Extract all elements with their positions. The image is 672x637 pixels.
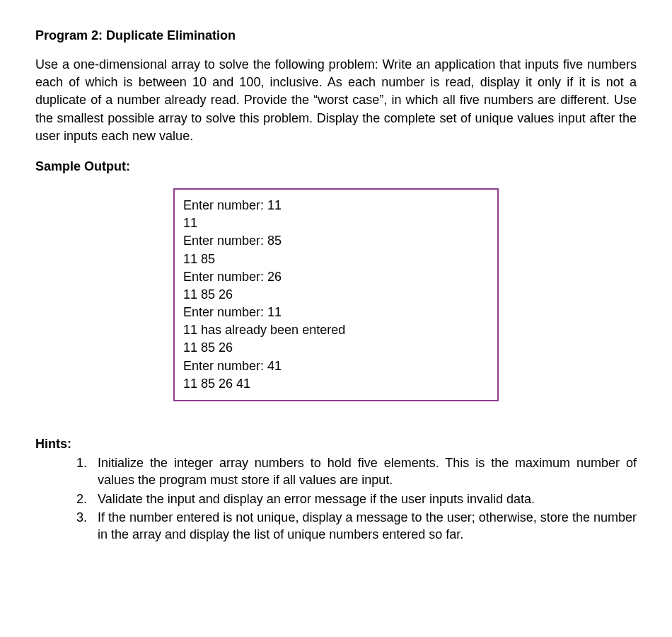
sample-output-box: Enter number: 11 11 Enter number: 85 11 … [173,188,499,401]
output-line: Enter number: 85 [183,232,489,250]
output-line: 11 has already been entered [183,321,489,339]
hints-list: Initialize the integer array numbers to … [35,454,637,543]
output-line: Enter number: 11 [183,304,489,321]
hint-item: If the number entered is not unique, dis… [91,509,637,544]
hint-item: Initialize the integer array numbers to … [91,454,637,489]
output-line: 11 85 26 [183,339,489,357]
hints-label: Hints: [35,437,637,452]
output-line: Enter number: 11 [183,197,489,214]
output-line: Enter number: 26 [183,268,489,286]
program-title: Program 2: Duplicate Elimination [35,28,637,43]
output-line: Enter number: 41 [183,357,489,375]
output-line: 11 [183,214,489,232]
sample-output-label: Sample Output: [35,159,637,174]
output-line: 11 85 26 [183,286,489,304]
output-box-wrapper: Enter number: 11 11 Enter number: 85 11 … [35,188,637,401]
output-line: 11 85 [183,251,489,268]
program-description: Use a one-dimensional array to solve the… [35,56,637,145]
hint-item: Validate the input and display an error … [91,490,637,507]
output-line: 11 85 26 41 [183,375,489,393]
